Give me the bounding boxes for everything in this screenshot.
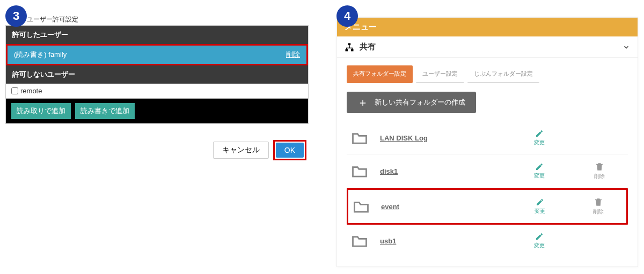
folder-change-action[interactable]: 変更 [515, 162, 564, 180]
sitemap-icon [345, 42, 354, 52]
tabs-row: 共有フォルダー設定 ユーザー設定 じぶんフォルダー設定 [337, 58, 638, 87]
tab-user-settings[interactable]: ユーザー設定 [416, 65, 464, 83]
folder-row-disk1: disk1 変更 削除 [347, 154, 628, 188]
folder-delete-action[interactable]: 削除 [575, 197, 622, 216]
plus-icon: ＋ [357, 97, 368, 108]
folder-delete-action[interactable]: 削除 [575, 162, 624, 180]
ok-highlight-frame: OK [273, 140, 306, 160]
change-label: 変更 [535, 208, 545, 214]
folder-icon [351, 131, 368, 145]
step-badge-3: 3 [5, 5, 27, 27]
allowed-user-row[interactable]: (読み書き) family 削除 [6, 44, 308, 65]
tab-own-folder-settings[interactable]: じぶんフォルダー設定 [467, 65, 539, 83]
delete-label: 削除 [594, 173, 605, 179]
add-actions-row: 読み取りで追加 読み書きで追加 [6, 99, 308, 123]
folder-change-action[interactable]: 変更 [515, 232, 564, 249]
allowed-users-header: 許可したユーザー [6, 26, 308, 44]
allowed-user-label: (読み書き) family [14, 50, 67, 60]
add-readwrite-button[interactable]: 読み書きで追加 [75, 103, 135, 119]
dialog-actions: キャンセル OK [5, 140, 309, 160]
denied-user-row[interactable]: remote [6, 84, 308, 99]
new-folder-label: 新しい共有フォルダーの作成 [375, 98, 465, 107]
change-label: 変更 [534, 242, 545, 248]
folder-name-link[interactable]: event [381, 203, 504, 211]
change-label: 変更 [534, 139, 545, 145]
ok-button[interactable]: OK [276, 143, 304, 158]
chevron-down-icon [623, 43, 630, 51]
share-title-label: 共有 [360, 42, 376, 52]
folder-name-link[interactable]: LAN DISK Log [380, 134, 503, 142]
folder-row-landisklog: LAN DISK Log 変更 [347, 122, 628, 154]
denied-users-header: 許可しないユーザー [6, 65, 308, 84]
allowed-user-delete-link[interactable]: 削除 [286, 50, 300, 60]
denied-user-checkbox[interactable] [11, 87, 18, 94]
denied-user-label: remote [20, 87, 42, 95]
folder-row-usb1: usb1 変更 [347, 225, 628, 257]
menu-container: メニュー 共有 共有フォルダー設定 ユーザー設定 じぶんフォルダー設定 ＋ 新し… [336, 17, 638, 267]
change-label: 変更 [534, 173, 545, 179]
delete-label: 削除 [593, 209, 604, 214]
svg-rect-1 [346, 49, 348, 51]
step-badge-4: 4 [336, 5, 358, 27]
add-readonly-button[interactable]: 読み取りで追加 [11, 103, 71, 119]
user-permission-box: 許可したユーザー (読み書き) family 削除 許可しないユーザー remo… [5, 25, 309, 124]
new-shared-folder-button[interactable]: ＋ 新しい共有フォルダーの作成 [347, 92, 476, 113]
svg-rect-0 [348, 43, 351, 45]
folder-change-action[interactable]: 変更 [516, 198, 563, 215]
share-section-header[interactable]: 共有 [337, 36, 638, 58]
cancel-button[interactable]: キャンセル [213, 142, 269, 159]
svg-rect-2 [351, 49, 354, 51]
tab-shared-folder-settings[interactable]: 共有フォルダー設定 [347, 65, 413, 83]
user-permission-title: ユーザー許可設定 [27, 5, 309, 24]
folder-name-link[interactable]: disk1 [380, 167, 503, 175]
folder-list: LAN DISK Log 変更 disk1 変更 削除 [337, 122, 638, 266]
folder-icon [351, 234, 368, 248]
folder-name-link[interactable]: usb1 [380, 237, 503, 245]
folder-row-event: event 変更 削除 [347, 188, 628, 225]
menu-title: メニュー [337, 18, 638, 36]
folder-icon [351, 164, 368, 178]
folder-icon [353, 199, 369, 213]
folder-change-action[interactable]: 変更 [515, 129, 564, 146]
